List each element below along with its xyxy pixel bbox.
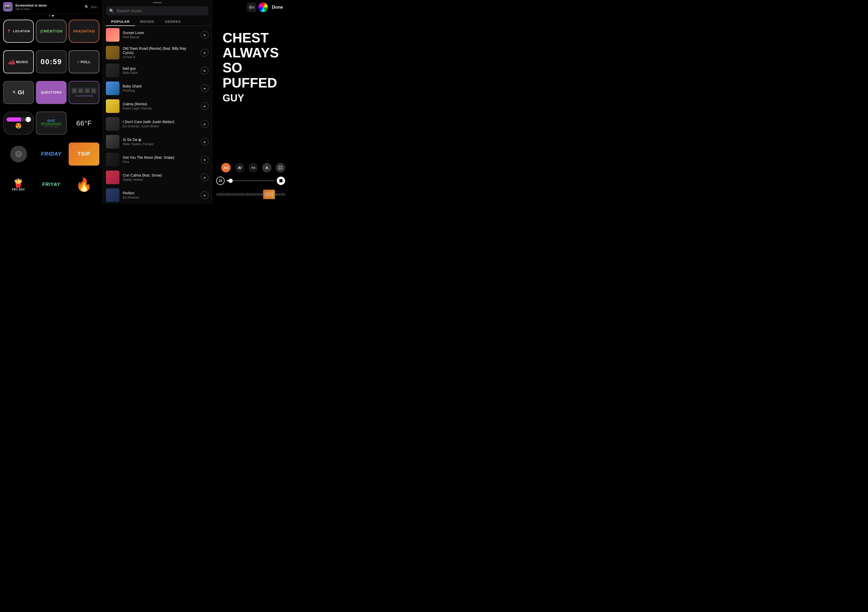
waveform-bar	[245, 194, 246, 195]
music-bars-icon	[9, 59, 15, 64]
stop-button[interactable]	[277, 177, 285, 185]
timeline-thumb[interactable]	[229, 179, 233, 183]
play-button[interactable]	[201, 31, 209, 39]
sticker-friday[interactable]: FRIDAY	[36, 143, 67, 166]
sticker-music[interactable]: MUSIC	[3, 50, 34, 73]
sticker-temperature[interactable]: 66°F	[69, 112, 99, 135]
waveform-bar	[253, 193, 254, 196]
drag-handle[interactable]	[152, 2, 162, 3]
notification-subtitle: Tap to view	[15, 7, 82, 11]
color-wheel-icon[interactable]	[259, 3, 268, 12]
song-title: Baby Shark	[122, 84, 198, 88]
waveform-bg	[216, 190, 285, 199]
text-style-italic[interactable]: AI	[235, 163, 244, 172]
song-item[interactable]: Calma (Remix)Pedro Capó, Farruko	[103, 97, 212, 115]
sticker-gif[interactable]: 🔍 GI	[3, 81, 34, 104]
sticker-countdown-label: 00:59	[40, 57, 62, 66]
sticker-hashtag[interactable]: #HASHTAG	[69, 20, 99, 43]
waveform-bar	[240, 194, 240, 195]
song-info: Calma (Remix)Pedro Capó, Farruko	[122, 102, 198, 110]
waveform-bar	[256, 193, 257, 196]
song-artist: Pedro Capó, Farruko	[122, 107, 198, 110]
waveform-bar	[277, 193, 278, 195]
song-item[interactable]: bad guyBillie Eilish	[103, 62, 212, 79]
lyrics-line3: SO PUFFED	[223, 60, 279, 90]
tab-popular[interactable]: POPULAR	[106, 17, 135, 26]
waveform-bar	[259, 193, 259, 196]
text-style-size[interactable]: Aa	[248, 163, 258, 172]
waveform-bar	[247, 192, 247, 196]
tab-moods[interactable]: MOODS	[135, 17, 160, 26]
song-item[interactable]: Old Town Road (Remix) (feat. Billy Ray C…	[103, 44, 212, 62]
sticker-mention-label: @MENTION	[40, 29, 63, 33]
sticker-questions[interactable]: QUESTIONS	[36, 81, 67, 104]
waveform-bar	[241, 193, 242, 195]
sticker-quiz[interactable]: QUIZ ✓ ——————	[36, 112, 67, 135]
search-input[interactable]	[116, 9, 205, 13]
sticker-location[interactable]: 📍 LOCATION	[3, 20, 34, 43]
lyrics-line1: CHEST	[223, 30, 279, 45]
play-button[interactable]	[201, 49, 209, 57]
sticker-friday-label: FRIDAY	[41, 151, 62, 157]
svg-rect-6	[254, 6, 254, 8]
waveform-bar	[219, 193, 220, 196]
play-button[interactable]	[201, 67, 209, 74]
svg-rect-2	[251, 5, 251, 9]
sticker-countdown-clock[interactable]: 00:59	[36, 50, 67, 73]
play-button[interactable]	[201, 191, 209, 199]
song-artist: Daddy Yankee	[122, 178, 198, 181]
song-item[interactable]: I Don't Care (with Justin Bieber)Ed Shee…	[103, 115, 212, 133]
sticker-camera[interactable]	[3, 143, 34, 166]
song-info: Con Calma (feat. Snow)Daddy Yankee	[122, 173, 198, 181]
search-icon: 🔍	[85, 5, 89, 9]
song-item[interactable]: PerfectEd Sheeran	[103, 186, 212, 204]
song-item[interactable]: Si Se DaEMyke Towers, Farruko	[103, 133, 212, 151]
song-artist: Billie Eilish	[122, 71, 198, 75]
play-button[interactable]	[201, 156, 209, 163]
play-button[interactable]	[201, 174, 209, 181]
sticker-fryday[interactable]: 🍟 FRY-DAY	[3, 173, 34, 196]
notification-bar[interactable]: 📸 Screenshot is done Tap to view 🔍 Sea..…	[0, 0, 102, 14]
notification-title: Screenshot is done	[15, 3, 82, 7]
text-style-aa-color[interactable]: AA	[221, 163, 231, 172]
play-button[interactable]	[201, 102, 209, 110]
sticker-friyay[interactable]: FRIYAY	[36, 173, 67, 196]
lyrics-area: CHEST ALWAYS SO PUFFED GUY	[212, 15, 289, 161]
sticker-countdown2[interactable]: □ □ □ □ COUNTDOWN	[69, 81, 99, 104]
waveform-bar	[252, 193, 252, 196]
waveform[interactable]	[216, 188, 285, 201]
done-button[interactable]: Done	[270, 4, 285, 11]
sticker-fire[interactable]: 🔥	[69, 173, 99, 196]
waveform-bar	[280, 193, 281, 196]
sticker-poll[interactable]: ≡ POLL	[69, 50, 99, 73]
sticker-fire-label: 🔥	[76, 177, 92, 192]
waveform-icon[interactable]	[247, 3, 256, 12]
lyrics-line4: GUY	[223, 93, 279, 104]
play-button[interactable]	[201, 120, 209, 128]
song-thumbnail	[106, 28, 119, 42]
song-item[interactable]: Baby SharkPinkfong	[103, 79, 212, 97]
text-layout-btn[interactable]	[276, 163, 285, 172]
sticker-temp-label: 66°F	[76, 119, 92, 127]
search-bar[interactable]: 🔍	[106, 6, 209, 15]
text-style-plain[interactable]: A	[262, 163, 271, 172]
song-title: Sunset Lover	[122, 31, 198, 35]
waveform-bar	[282, 193, 283, 195]
stickers-grid: 📍 LOCATION @MENTION #HASHTAG MUSIC 00:59	[0, 17, 102, 204]
sticker-slider[interactable]: 😍	[3, 112, 34, 135]
song-item[interactable]: Con Calma (feat. Snow)Daddy Yankee	[103, 169, 212, 186]
play-button[interactable]	[201, 138, 209, 146]
waveform-bar	[281, 194, 281, 195]
waveform-bar	[244, 193, 244, 195]
song-info: Baby SharkPinkfong	[122, 84, 198, 93]
sticker-tgif[interactable]: TGIF	[69, 143, 99, 166]
play-button[interactable]	[201, 84, 209, 92]
waveform-bar	[248, 193, 248, 196]
song-item[interactable]: Get You The Moon (feat. Snøw)Kina	[103, 151, 212, 169]
tab-genres[interactable]: GENRES	[160, 17, 186, 26]
waveform-bar	[219, 193, 219, 196]
timeline-track[interactable]	[227, 180, 275, 181]
waveform-bar	[240, 192, 241, 196]
song-item[interactable]: Sunset LoverPetit Biscuit	[103, 26, 212, 44]
sticker-mention[interactable]: @MENTION	[36, 20, 67, 43]
